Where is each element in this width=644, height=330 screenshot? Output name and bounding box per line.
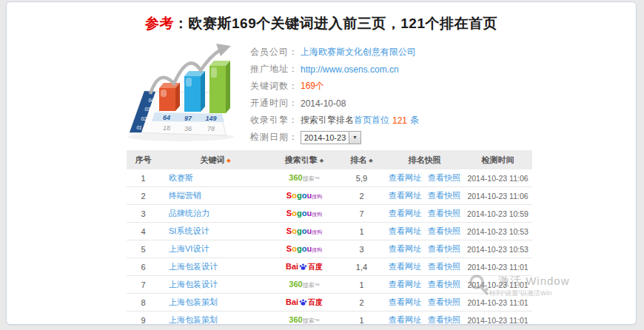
view-url-link[interactable]: 查看网址 (389, 244, 421, 253)
sogou-logo: Sogou搜狗 (271, 227, 338, 235)
logo-part: g (297, 209, 302, 218)
logo-part: 搜索 (303, 283, 315, 289)
column-header-2[interactable]: 搜索引擎◆ (271, 155, 338, 166)
view-snapshot-link[interactable]: 查看快照 (428, 209, 460, 218)
view-url-link[interactable]: 查看网址 (389, 315, 421, 324)
indexed-engine-label: 收录引擎： (250, 114, 301, 127)
column-header-1[interactable]: 关键词◆ (160, 155, 271, 166)
keyword-link[interactable]: 上海VI设计 (169, 244, 209, 253)
detect-time: 2014-10-23 11:06 (463, 174, 532, 183)
title-prefix: 参考 (145, 16, 174, 31)
view-snapshot-link[interactable]: 查看快照 (428, 262, 460, 271)
keyword-link[interactable]: 上海包装设计 (169, 280, 218, 289)
detection-date-select[interactable]: 2014-10-23 ▼ (301, 131, 361, 144)
column-header-label: 关键词 (200, 155, 224, 164)
column-header-5: 检测时间 (463, 155, 532, 166)
member-company-link[interactable]: 上海欧赛斯文化创意有限公司 (301, 46, 416, 58)
promo-url-link[interactable]: http://www.osens.com.cn (301, 64, 399, 75)
detect-time: 2014-10-23 11:06 (463, 192, 532, 201)
sogou-logo: Sogou搜狗 (271, 209, 338, 218)
view-snapshot-link[interactable]: 查看快照 (428, 226, 460, 235)
keyword-link[interactable]: 终端营销 (169, 191, 201, 200)
view-snapshot-link[interactable]: 查看快照 (428, 280, 460, 289)
detection-date-row: 检测日期： 2014-10-23 ▼ (250, 129, 419, 146)
logo-part: 搜索 (303, 318, 315, 324)
view-snapshot-link[interactable]: 查看快照 (428, 315, 460, 324)
keyword-link[interactable]: 欧赛斯 (169, 173, 193, 182)
member-company-row: 会员公司： 上海欧赛斯文化创意有限公司 (250, 44, 419, 61)
table-row: 4 SI系统设计 Sogou搜狗 1 查看网址 查看快照 2014-10-23 … (127, 223, 532, 240)
view-url-link[interactable]: 查看网址 (389, 226, 421, 235)
keyword-count-label: 关键词数： (250, 80, 301, 92)
column-header-3[interactable]: 排名◆ (338, 155, 386, 166)
table-header: 序号关键词◆搜索引擎◆排名◆排名快照检测时间 (127, 150, 532, 169)
logo-part: o (292, 209, 297, 218)
view-url-link[interactable]: 查看网址 (389, 173, 421, 182)
row-index: 5 (127, 245, 160, 254)
table-row: 1 欧赛斯 360搜索™ 5,9 查看网址 查看快照 2014-10-23 11… (127, 169, 532, 187)
watermark-line2: 转到“设置”以激活Win (489, 289, 552, 298)
count-unit-link[interactable]: 条 (410, 114, 419, 127)
view-snapshot-link[interactable]: 查看快照 (428, 244, 460, 253)
baidu-paw-icon (299, 263, 307, 271)
logo-part: o (302, 227, 307, 235)
logo-part: 360 (289, 280, 302, 289)
row-index: 1 (127, 174, 160, 183)
view-url-link[interactable]: 查看网址 (389, 209, 421, 218)
growth-chart-illustration: 04 03 02 01 (118, 39, 251, 147)
logo-part: 百度 (308, 263, 323, 271)
snapshot-links: 查看网址 查看快照 (386, 172, 463, 183)
column-header-label: 序号 (135, 155, 152, 164)
keyword-link[interactable]: 上海包装设计 (169, 262, 218, 271)
view-snapshot-link[interactable]: 查看快照 (428, 297, 460, 306)
column-header-label: 排名快照 (409, 155, 441, 164)
logo-part: g (297, 192, 302, 200)
snapshot-links: 查看网址 查看快照 (386, 226, 463, 237)
rank-value: 3 (338, 245, 386, 254)
detect-time: 2014-10-23 10:53 (463, 227, 532, 236)
table-row: 2 终端营销 Sogou搜狗 2 查看网址 查看快照 2014-10-23 11… (127, 187, 532, 205)
first-page-count: 121 (392, 115, 407, 126)
snapshot-links: 查看网址 查看快照 (386, 208, 463, 219)
axis-label: 02 (141, 116, 147, 121)
view-snapshot-link[interactable]: 查看快照 (428, 191, 460, 200)
indexed-engine-row: 收录引擎： 搜索引擎排名 首页首位 121 条 (250, 112, 419, 129)
open-date-row: 开通时间： 2014-10-08 (250, 95, 419, 112)
keyword-link[interactable]: 上海包装策划 (169, 315, 218, 324)
baidu-paw-icon (299, 298, 307, 306)
keyword-link[interactable]: 上海包装策划 (169, 297, 218, 306)
view-url-link[interactable]: 查看网址 (389, 297, 421, 306)
detect-time: 2014-10-23 10:59 (463, 209, 532, 218)
baidu-logo: Bai百度 (271, 298, 338, 306)
logo-part: 360 (289, 174, 302, 182)
table-body: 1 欧赛斯 360搜索™ 5,9 查看网址 查看快照 2014-10-23 11… (127, 169, 532, 325)
table-row: 9 上海包装策划 360搜索™ 1 查看网址 查看快照 2014-10-23 1… (127, 312, 532, 325)
detection-date-value: 2014-10-23 (301, 133, 349, 142)
row-index: 6 (127, 263, 160, 272)
logo-part: u (306, 209, 312, 218)
column-header-label: 搜索引擎 (285, 155, 318, 164)
bar-orange (159, 83, 180, 111)
open-date-value: 2014-10-08 (301, 98, 346, 109)
logo-part: o (302, 192, 307, 200)
view-snapshot-link[interactable]: 查看快照 (428, 173, 460, 182)
view-url-link[interactable]: 查看网址 (389, 280, 421, 289)
snapshot-links: 查看网址 查看快照 (386, 279, 463, 290)
logo-part: 搜狗 (312, 194, 322, 199)
logo-part: S (286, 245, 292, 253)
keyword-link[interactable]: 品牌统治力 (169, 209, 209, 218)
logo-part: S (286, 227, 292, 235)
first-page-link[interactable]: 首页首位 (354, 114, 389, 127)
rank-value: 2 (338, 192, 386, 201)
rank-value: 5,9 (338, 174, 386, 183)
member-company-label: 会员公司： (250, 46, 301, 58)
360-search-logo: 360搜索™ (271, 280, 338, 289)
logo-part: o (302, 209, 307, 218)
rank-value: 2 (338, 298, 386, 307)
view-url-link[interactable]: 查看网址 (389, 262, 421, 271)
logo-part: u (306, 192, 312, 200)
bar-value: 78 (207, 125, 215, 132)
view-url-link[interactable]: 查看网址 (389, 191, 421, 200)
snapshot-links: 查看网址 查看快照 (386, 261, 463, 272)
keyword-link[interactable]: SI系统设计 (169, 226, 209, 235)
